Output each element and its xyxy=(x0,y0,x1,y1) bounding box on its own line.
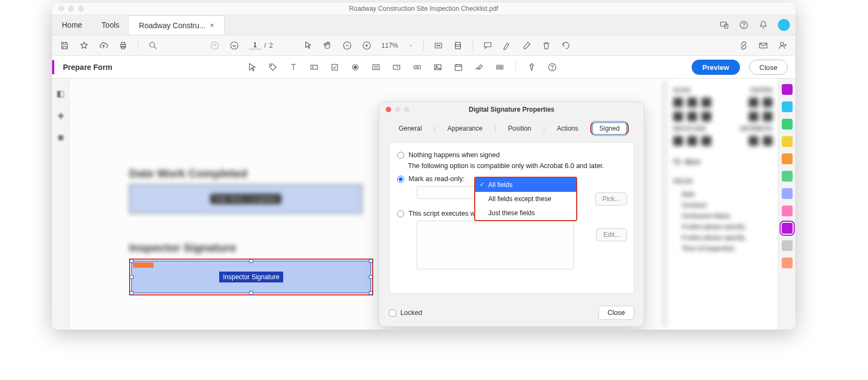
rail-tool-active[interactable] xyxy=(782,223,793,234)
tab-tools[interactable]: Tools xyxy=(92,15,129,35)
pick-button[interactable]: Pick... xyxy=(595,192,627,205)
preview-button[interactable]: Preview xyxy=(692,60,740,75)
page-current-input[interactable] xyxy=(249,41,261,49)
resize-handle[interactable] xyxy=(250,291,253,295)
pointer-icon[interactable] xyxy=(303,41,313,50)
chevron-down-icon[interactable] xyxy=(408,41,413,50)
trash-icon[interactable] xyxy=(541,41,551,50)
dialog-max-dot[interactable] xyxy=(404,107,410,112)
more-label[interactable]: More xyxy=(685,158,700,166)
field-item[interactable]: Date xyxy=(673,189,773,199)
tab-appearance[interactable]: Appearance xyxy=(443,123,487,134)
signature-tool-icon[interactable] xyxy=(474,62,484,72)
close-tool-button[interactable]: Close xyxy=(749,60,788,75)
bell-icon[interactable] xyxy=(758,20,768,30)
field-item[interactable]: Contractor Name xyxy=(673,210,773,221)
tab-document[interactable]: Roadway Constru... × xyxy=(129,15,225,35)
readonly-dropdown[interactable]: All fields All fields except these Just … xyxy=(474,177,577,221)
hand-icon[interactable] xyxy=(323,41,333,50)
field-item[interactable]: Contract xyxy=(673,199,773,210)
textfield-tool-icon[interactable] xyxy=(309,62,319,72)
dropdown-tool-icon[interactable] xyxy=(392,62,401,72)
tab-position[interactable]: Position xyxy=(504,123,536,134)
pin-icon[interactable] xyxy=(527,62,537,72)
close-window-dot[interactable] xyxy=(59,6,64,11)
signature-field[interactable]: Inspector Signature xyxy=(131,261,371,293)
locked-row[interactable]: Locked xyxy=(389,309,422,317)
comment-icon[interactable] xyxy=(483,41,493,50)
barcode-tool-icon[interactable] xyxy=(495,62,505,72)
resize-handle[interactable] xyxy=(130,291,133,295)
radio-script[interactable] xyxy=(397,210,404,217)
mail-icon[interactable] xyxy=(758,41,768,50)
text-tool-icon[interactable] xyxy=(289,62,298,72)
tag-tool-icon[interactable] xyxy=(268,62,278,72)
radio-mark-readonly[interactable] xyxy=(397,176,404,183)
dialog-close-button[interactable]: Close xyxy=(598,306,634,320)
dd-option-all[interactable]: All fields xyxy=(475,178,576,192)
erase-icon[interactable] xyxy=(522,41,532,50)
zoom-out-icon[interactable] xyxy=(342,41,352,50)
rail-tool-3[interactable] xyxy=(782,119,793,130)
undo-icon[interactable] xyxy=(561,41,571,50)
tab-actions[interactable]: Actions xyxy=(552,123,582,134)
help-icon[interactable] xyxy=(739,20,749,30)
radio-nothing-row[interactable]: Nothing happens when signed xyxy=(397,151,626,159)
user-add-icon[interactable] xyxy=(778,41,788,50)
locked-checkbox[interactable] xyxy=(389,310,396,317)
zoom-level[interactable]: 117% xyxy=(381,42,398,49)
resize-handle[interactable] xyxy=(369,259,373,263)
field-item[interactable]: Time of Inspection xyxy=(673,243,773,254)
maximize-window-dot[interactable] xyxy=(78,6,84,11)
save-icon[interactable] xyxy=(60,41,69,50)
tab-close-icon[interactable]: × xyxy=(210,21,214,29)
edit-button[interactable]: Edit... xyxy=(596,228,627,241)
link-icon[interactable] xyxy=(739,41,749,50)
dd-option-just[interactable]: Just these fields xyxy=(475,206,576,220)
tab-home[interactable]: Home xyxy=(52,15,92,35)
button-tool-icon[interactable]: OK xyxy=(412,62,422,72)
radio-tool-icon[interactable] xyxy=(350,62,360,72)
tab-general[interactable]: General xyxy=(394,123,426,134)
rail-tool-1[interactable] xyxy=(782,84,793,95)
devices-icon[interactable] xyxy=(719,20,729,30)
fit-page-icon[interactable] xyxy=(453,41,463,50)
rail-tool-7[interactable] xyxy=(782,188,793,199)
resize-handle[interactable] xyxy=(369,291,373,295)
resize-handle[interactable] xyxy=(369,275,373,279)
print-icon[interactable] xyxy=(118,41,128,50)
fit-width-icon[interactable] xyxy=(433,41,443,50)
dialog-min-dot[interactable] xyxy=(395,107,400,112)
list-tool-icon[interactable] xyxy=(371,62,381,72)
checkbox-tool-icon[interactable] xyxy=(330,62,340,72)
rail-tool-8[interactable] xyxy=(782,205,793,216)
cloud-upload-icon[interactable] xyxy=(99,41,108,50)
resize-handle[interactable] xyxy=(130,259,133,263)
rail-tool-5[interactable] xyxy=(782,153,793,164)
dd-option-except[interactable]: All fields except these xyxy=(475,192,576,206)
rail-bookmark-icon[interactable]: ◈ xyxy=(56,110,66,120)
minimize-window-dot[interactable] xyxy=(68,6,74,11)
page-down-icon[interactable] xyxy=(229,41,239,50)
select-tool-icon[interactable] xyxy=(247,62,257,72)
dialog-close-dot[interactable] xyxy=(386,107,391,112)
resize-handle[interactable] xyxy=(130,275,133,279)
rail-attach-icon[interactable]: ◉ xyxy=(56,132,66,141)
tab-signed[interactable]: Signed xyxy=(592,123,627,134)
rail-tool-4[interactable] xyxy=(782,136,793,147)
highlight-icon[interactable] xyxy=(502,41,512,50)
signature-field-selection[interactable]: Inspector Signature xyxy=(129,259,373,295)
rail-thumb-icon[interactable]: ◧ xyxy=(56,88,66,98)
avatar[interactable] xyxy=(778,19,790,31)
rail-tool-9[interactable] xyxy=(782,240,793,251)
image-tool-icon[interactable] xyxy=(433,62,443,72)
resize-handle[interactable] xyxy=(250,259,253,263)
search-icon[interactable] xyxy=(148,41,158,50)
radio-nothing[interactable] xyxy=(397,152,404,159)
field-item[interactable]: If other please specify_ xyxy=(673,232,773,243)
document-canvas[interactable]: Date Work Completed Date Work Completed … xyxy=(69,79,795,330)
page-up-icon[interactable] xyxy=(210,41,220,50)
star-icon[interactable] xyxy=(79,41,89,50)
rail-tool-2[interactable] xyxy=(782,101,793,112)
field-item[interactable]: If other please specify_ xyxy=(673,221,773,232)
